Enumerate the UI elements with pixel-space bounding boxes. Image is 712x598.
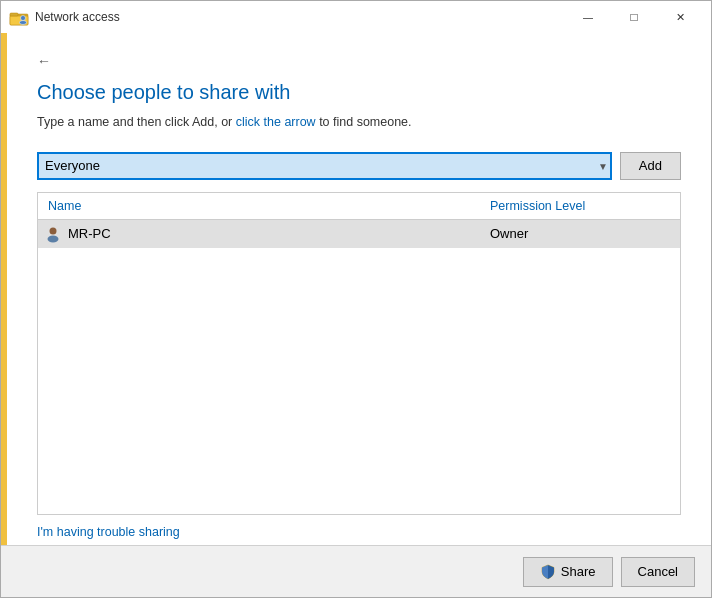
trouble-sharing-link[interactable]: I'm having trouble sharing — [37, 525, 180, 539]
cancel-button[interactable]: Cancel — [621, 557, 695, 587]
title-bar: Network access — [1, 1, 711, 33]
column-permission-header: Permission Level — [480, 199, 680, 213]
name-select-wrapper: Everyone ▼ — [37, 152, 612, 180]
instructions: Type a name and then click Add, or click… — [37, 114, 681, 132]
add-button[interactable]: Add — [620, 152, 681, 180]
back-button[interactable]: ← — [37, 53, 51, 69]
input-row: Everyone ▼ Add — [37, 152, 681, 180]
instructions-text-1: Type a name and then click Add, or — [37, 115, 232, 129]
table-header: Name Permission Level — [38, 193, 680, 220]
page-heading: Choose people to share with — [37, 81, 681, 104]
share-button-label: Share — [561, 564, 596, 579]
minimize-icon — [583, 11, 593, 23]
svg-point-4 — [20, 21, 27, 25]
svg-rect-2 — [10, 13, 18, 16]
svg-point-5 — [50, 227, 57, 234]
user-icon — [44, 225, 62, 243]
name-dropdown[interactable]: Everyone — [37, 152, 612, 180]
row-name: MR-PC — [68, 226, 111, 241]
window-body: ← Choose people to share with Type a nam… — [1, 33, 711, 545]
footer: Share Cancel — [1, 545, 711, 597]
title-bar-controls — [565, 1, 703, 33]
trouble-link-area: I'm having trouble sharing — [37, 515, 681, 545]
minimize-button[interactable] — [565, 1, 611, 33]
table-empty-area — [38, 248, 680, 515]
row-name-cell: MR-PC — [38, 225, 480, 243]
title-bar-left: Network access — [9, 8, 120, 26]
share-shield-icon — [540, 564, 556, 580]
column-name-header: Name — [38, 199, 480, 213]
maximize-icon — [630, 10, 637, 24]
close-button[interactable] — [657, 1, 703, 33]
row-permission-cell: Owner — [480, 226, 680, 241]
back-nav: ← — [37, 53, 681, 69]
network-access-window: Network access ← Choose people to share … — [0, 0, 712, 598]
svg-point-3 — [21, 16, 26, 21]
instructions-text-2: to find someone. — [319, 115, 411, 129]
find-someone-link[interactable]: click the arrow — [236, 115, 316, 129]
svg-point-6 — [48, 235, 59, 242]
share-button[interactable]: Share — [523, 557, 613, 587]
share-table: Name Permission Level MR-PC Owner — [37, 192, 681, 516]
main-content: ← Choose people to share with Type a nam… — [7, 33, 711, 545]
close-icon — [676, 11, 685, 24]
maximize-button[interactable] — [611, 1, 657, 33]
table-row[interactable]: MR-PC Owner — [38, 220, 680, 248]
network-access-icon — [9, 8, 29, 26]
window-title: Network access — [35, 10, 120, 24]
